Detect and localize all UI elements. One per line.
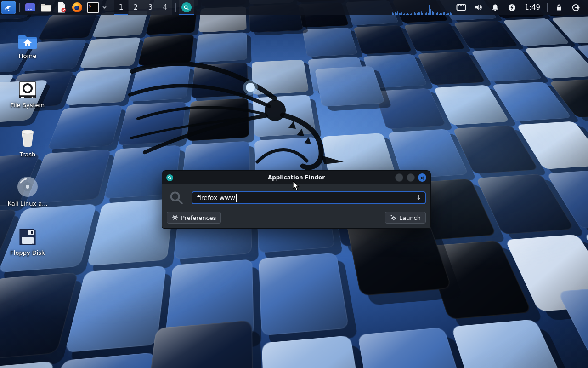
launcher-firefox[interactable]: [69, 0, 85, 15]
search-input-wrap: ↓: [192, 191, 426, 204]
chevron-down-icon: [102, 6, 107, 9]
terminal-icon: $_: [87, 2, 99, 13]
launcher-text-editor[interactable]: [54, 0, 69, 15]
panel-separator: [547, 3, 548, 12]
network-icon[interactable]: [452, 0, 469, 15]
cpu-bar: [406, 14, 407, 15]
home-folder-icon: [17, 26, 38, 50]
floppy-disk-icon: [18, 223, 37, 247]
dashboard-icon: [25, 3, 35, 12]
taskbar-application-finder[interactable]: [179, 0, 194, 15]
top-panel: $_ 1 2 3 4: [0, 0, 588, 15]
desktop-icon-column: Home File System: [6, 26, 50, 272]
cpu-bar: [436, 13, 437, 15]
cpu-bar: [439, 14, 440, 15]
cpu-bar: [411, 13, 412, 15]
cpu-bar: [437, 12, 438, 15]
app-finder-icon: [181, 2, 192, 12]
cpu-bar: [433, 12, 434, 15]
launcher-dropdown[interactable]: [101, 0, 108, 15]
firefox-icon: [72, 2, 82, 12]
cpu-bar: [417, 13, 418, 15]
application-finder-window: Application Finder × ↓: [162, 170, 431, 229]
workspace-1[interactable]: 1: [114, 0, 128, 15]
text-editor-icon: [57, 2, 67, 13]
cpu-bar: [444, 12, 445, 15]
kali-logo-icon: [3, 2, 14, 12]
cpu-bar: [441, 13, 442, 15]
cpu-bar: [393, 13, 394, 15]
cpu-bar: [430, 9, 431, 15]
panel-separator: [175, 3, 176, 12]
launcher-terminal[interactable]: $_: [85, 0, 101, 15]
preferences-label: Preferences: [181, 214, 216, 221]
finder-actions: Preferences Launch: [162, 206, 430, 224]
cpu-bar: [404, 13, 405, 15]
cpu-bar: [448, 13, 449, 15]
cpu-bar: [408, 14, 409, 15]
cpu-bar: [428, 13, 429, 15]
text-caret: [236, 194, 237, 202]
applications-menu-button[interactable]: [1, 1, 16, 14]
cpu-bar: [415, 13, 416, 15]
cpu-graph[interactable]: [391, 0, 452, 15]
lock-screen-icon[interactable]: [550, 0, 567, 15]
desktop-icon-floppy-disk[interactable]: Floppy Disk: [6, 223, 50, 272]
icon-label: Trash: [20, 151, 35, 158]
workspace-3[interactable]: 3: [143, 0, 158, 15]
cpu-bar: [424, 12, 424, 15]
cpu-bar: [410, 14, 411, 15]
cpu-bar: [422, 13, 423, 15]
cpu-bar: [443, 12, 444, 15]
cpu-bar: [401, 12, 402, 15]
cpu-bar: [397, 12, 398, 15]
cpu-bar: [440, 13, 441, 15]
cpu-bar: [418, 12, 419, 15]
power-manager-icon[interactable]: [503, 0, 520, 15]
cpu-bar: [432, 11, 433, 15]
window-icon: [166, 174, 173, 181]
file-manager-icon: [40, 3, 51, 12]
cpu-bar: [403, 14, 404, 15]
cpu-bar: [426, 12, 427, 15]
panel-separator: [19, 3, 20, 12]
cpu-bar: [435, 11, 435, 15]
desktop-icon-trash[interactable]: Trash: [6, 124, 50, 173]
cpu-bar: [446, 14, 447, 15]
cpu-bar: [414, 12, 415, 15]
minimize-button[interactable]: [395, 173, 403, 182]
icon-label: Kali Linux a...: [7, 200, 47, 207]
desktop: Home File System: [0, 0, 588, 368]
workspace-2[interactable]: 2: [129, 0, 143, 15]
desktop-icon-home[interactable]: Home: [6, 26, 50, 75]
logout-icon[interactable]: [567, 0, 584, 15]
close-button[interactable]: ×: [418, 173, 426, 182]
window-controls: ×: [392, 173, 426, 182]
desktop-icon-file-system[interactable]: File System: [6, 75, 50, 124]
desktop-icon-kali-iso[interactable]: Kali Linux a...: [6, 173, 50, 223]
cpu-bar: [421, 12, 422, 15]
launch-button[interactable]: Launch: [385, 212, 426, 224]
cpu-bar: [400, 13, 401, 15]
cpu-bar: [451, 13, 452, 15]
cpu-bar: [392, 12, 393, 15]
clock[interactable]: 1:49: [520, 3, 544, 12]
cpu-bar: [413, 12, 413, 15]
panel-separator: [111, 3, 111, 12]
workspace-4[interactable]: 4: [158, 0, 172, 15]
cpu-bar: [396, 13, 397, 15]
disc-icon: [17, 173, 38, 197]
window-title: Application Finder: [162, 174, 430, 181]
search-input[interactable]: [192, 191, 426, 204]
volume-icon[interactable]: [469, 0, 486, 15]
preferences-button[interactable]: Preferences: [167, 212, 221, 224]
launcher-dashboard[interactable]: [23, 0, 38, 15]
terminal-prompt-glyph: $_: [89, 4, 94, 8]
close-icon: ×: [420, 175, 425, 181]
notifications-bell-icon[interactable]: [486, 0, 503, 15]
launcher-file-manager[interactable]: [38, 0, 54, 15]
maximize-button[interactable]: [407, 173, 415, 182]
panel-right-cluster: 1:49: [391, 0, 588, 15]
cpu-bar: [447, 13, 448, 15]
cpu-bar: [429, 5, 430, 15]
